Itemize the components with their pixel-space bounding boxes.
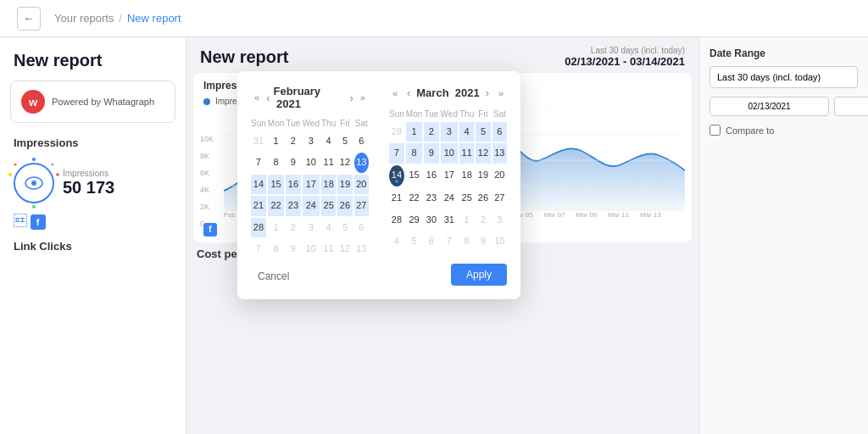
mar-day-12[interactable]: 12 — [476, 143, 490, 163]
feb-day-21[interactable]: 21 — [251, 196, 266, 215]
mar-day-24[interactable]: 24 — [441, 188, 458, 208]
feb-day-23[interactable]: 23 — [286, 196, 300, 215]
mar-prev-year-btn[interactable]: « — [389, 86, 401, 100]
feb-next-year-btn[interactable]: » — [357, 91, 369, 104]
mar-day-a1[interactable]: 1 — [459, 210, 474, 230]
mar-day-18[interactable]: 18 — [459, 165, 474, 186]
mar-day-a8[interactable]: 8 — [459, 231, 474, 251]
feb-day-m2[interactable]: 2 — [286, 218, 300, 237]
end-date-input[interactable] — [834, 97, 868, 116]
mar-day-15[interactable]: 15 — [406, 165, 422, 186]
mar-day-a10[interactable]: 10 — [492, 231, 507, 251]
mar-day-a9[interactable]: 9 — [476, 231, 490, 251]
feb-day-m6[interactable]: 6 — [354, 218, 369, 237]
mar-day-28[interactable]: 28 — [389, 210, 404, 230]
mar-day-9[interactable]: 9 — [424, 143, 438, 163]
mar-day-31[interactable]: 31 — [441, 210, 458, 230]
mar-next-month-btn[interactable]: › — [482, 85, 492, 101]
mar-day-13[interactable]: 13 — [492, 143, 507, 163]
feb-day-10[interactable]: 10 — [303, 153, 320, 172]
mar-day-5[interactable]: 5 — [476, 122, 490, 142]
start-date-input[interactable] — [709, 97, 829, 116]
mar-day-2[interactable]: 2 — [424, 122, 438, 142]
feb-day-22[interactable]: 22 — [268, 196, 284, 215]
feb-day-13-selected[interactable]: 13 — [354, 153, 369, 172]
mar-day-30[interactable]: 30 — [424, 210, 438, 230]
feb-day-31[interactable]: 31 — [251, 131, 266, 151]
feb-day-18[interactable]: 18 — [321, 175, 336, 194]
feb-day-m7[interactable]: 7 — [251, 239, 266, 259]
compare-checkbox[interactable] — [709, 125, 721, 136]
feb-day-m11[interactable]: 11 — [321, 239, 336, 259]
feb-day-20[interactable]: 20 — [354, 175, 369, 194]
breadcrumb-parent[interactable]: Your reports — [54, 12, 114, 25]
mar-day-a3[interactable]: 3 — [492, 210, 507, 230]
feb-day-m13[interactable]: 13 — [354, 239, 369, 259]
feb-day-4[interactable]: 4 — [321, 131, 336, 151]
mar-day-19[interactable]: 19 — [476, 165, 490, 186]
feb-day-17[interactable]: 17 — [303, 175, 320, 194]
mar-day-a7[interactable]: 7 — [441, 231, 458, 251]
mar-day-17[interactable]: 17 — [441, 165, 458, 186]
feb-day-m8[interactable]: 8 — [268, 239, 284, 259]
feb-day-1[interactable]: 1 — [268, 131, 284, 151]
feb-day-27[interactable]: 27 — [354, 196, 369, 215]
mar-day-a2[interactable]: 2 — [476, 210, 490, 230]
feb-day-28[interactable]: 28 — [251, 218, 266, 237]
feb-day-m4[interactable]: 4 — [321, 218, 336, 237]
feb-day-m1[interactable]: 1 — [268, 218, 284, 237]
mar-day-10[interactable]: 10 — [441, 143, 458, 163]
feb-day-15[interactable]: 15 — [268, 175, 284, 194]
feb-day-24[interactable]: 24 — [303, 196, 320, 215]
mar-next-year-btn[interactable]: » — [495, 86, 507, 100]
feb-day-6[interactable]: 6 — [354, 131, 369, 151]
feb-day-16[interactable]: 16 — [286, 175, 300, 194]
mar-day-16[interactable]: 16 — [424, 165, 438, 186]
date-range-select[interactable]: Last 30 days (incl. today) — [709, 66, 858, 88]
feb-prev-year-btn[interactable]: « — [251, 91, 263, 104]
mar-day-8[interactable]: 8 — [406, 143, 422, 163]
mar-day-27[interactable]: 27 — [492, 188, 507, 208]
mar-day-4[interactable]: 4 — [459, 122, 474, 142]
feb-day-3[interactable]: 3 — [303, 131, 320, 151]
mar-day-22[interactable]: 22 — [406, 188, 422, 208]
mar-day-29[interactable]: 29 — [406, 210, 422, 230]
feb-day-m10[interactable]: 10 — [303, 239, 320, 259]
feb-day-m9[interactable]: 9 — [286, 239, 300, 259]
mar-day-a4[interactable]: 4 — [389, 231, 404, 251]
feb-next-month-btn[interactable]: › — [347, 90, 357, 106]
mar-day-7[interactable]: 7 — [389, 143, 404, 163]
mar-day-6[interactable]: 6 — [492, 122, 507, 142]
feb-day-8[interactable]: 8 — [268, 153, 284, 172]
mar-day-11[interactable]: 11 — [459, 143, 474, 163]
mar-day-23[interactable]: 23 — [424, 188, 438, 208]
feb-day-m12[interactable]: 12 — [337, 239, 352, 259]
feb-day-14[interactable]: 14 — [251, 175, 266, 194]
mar-day-28[interactable]: 28 — [389, 122, 404, 142]
feb-day-m3[interactable]: 3 — [303, 218, 320, 237]
feb-day-2[interactable]: 2 — [286, 131, 300, 151]
feb-prev-month-btn[interactable]: ‹ — [263, 90, 273, 106]
feb-day-7[interactable]: 7 — [251, 153, 266, 172]
feb-day-m5[interactable]: 5 — [337, 218, 352, 237]
mar-prev-month-btn[interactable]: ‹ — [403, 85, 414, 101]
mar-day-21[interactable]: 21 — [389, 188, 404, 208]
feb-day-9[interactable]: 9 — [286, 153, 300, 172]
cancel-button[interactable]: Cancel — [251, 267, 296, 286]
mar-day-a5[interactable]: 5 — [406, 231, 422, 251]
mar-day-3[interactable]: 3 — [441, 122, 458, 142]
feb-day-26[interactable]: 26 — [337, 196, 352, 215]
feb-day-12[interactable]: 12 — [337, 153, 352, 172]
mar-day-1[interactable]: 1 — [406, 122, 422, 142]
feb-day-19[interactable]: 19 — [337, 175, 352, 194]
mar-day-20[interactable]: 20 — [492, 165, 507, 186]
mar-day-25[interactable]: 25 — [459, 188, 474, 208]
feb-day-25[interactable]: 25 — [321, 196, 336, 215]
mar-day-14-selected[interactable]: 14 — [389, 165, 404, 186]
mar-day-26[interactable]: 26 — [476, 188, 490, 208]
back-button[interactable]: ← — [17, 7, 41, 31]
feb-day-11[interactable]: 11 — [321, 153, 336, 172]
apply-button[interactable]: Apply — [451, 264, 507, 286]
feb-day-5[interactable]: 5 — [337, 131, 352, 151]
mar-day-a6[interactable]: 6 — [424, 231, 438, 251]
